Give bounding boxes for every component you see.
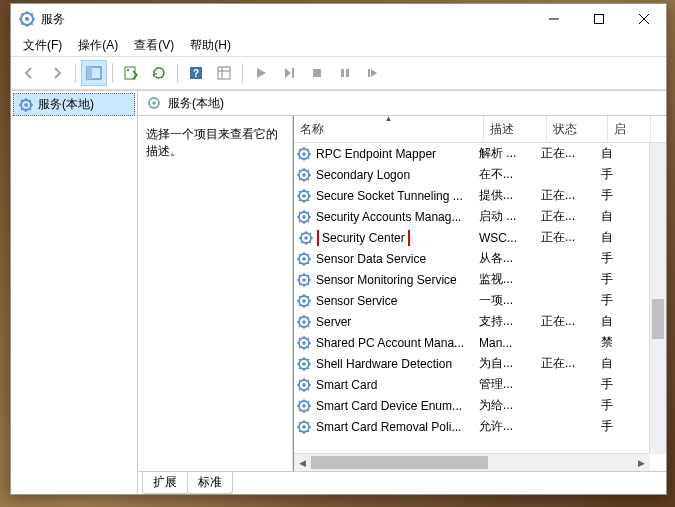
service-desc: 为自... [473,355,535,372]
tab-standard[interactable]: 标准 [187,472,233,494]
gear-icon [296,146,312,162]
menu-view[interactable]: 查看(V) [126,35,182,56]
scrollbar-thumb[interactable] [311,456,488,469]
gear-icon [296,356,312,372]
help-button[interactable]: ? [183,60,209,86]
svg-rect-13 [313,69,321,77]
svg-point-34 [302,278,306,282]
service-desc: 在不... [473,166,535,183]
services-window: 服务 文件(F) 操作(A) 查看(V) 帮助(H) ? 服务(本地) [10,3,667,495]
svg-point-30 [304,236,308,240]
menubar: 文件(F) 操作(A) 查看(V) 帮助(H) [11,34,666,56]
gear-icon [296,398,312,414]
svg-rect-14 [341,69,344,77]
refresh-button[interactable] [146,60,172,86]
service-name: Shell Hardware Detection [316,357,452,371]
scroll-right-icon[interactable]: ▶ [633,454,650,471]
svg-rect-2 [594,15,603,24]
svg-point-36 [302,299,306,303]
menu-help[interactable]: 帮助(H) [182,35,239,56]
service-desc: 为给... [473,397,535,414]
service-status: 正在... [535,355,595,372]
pause-service-button [332,60,358,86]
toolbar: ? [11,56,666,90]
service-desc: Man... [473,336,535,350]
gear-icon [296,230,316,246]
properties-button[interactable] [211,60,237,86]
description-prompt: 选择一个项目来查看它的描述。 [146,127,278,158]
show-hide-tree-button[interactable] [81,60,107,86]
service-startup: 手 [595,292,637,309]
menu-file[interactable]: 文件(F) [15,35,70,56]
service-row[interactable]: Sensor Service一项...手 [296,290,650,311]
gear-icon [296,335,312,351]
tree-item-services-local[interactable]: 服务(本地) [13,93,135,116]
service-row[interactable]: RPC Endpoint Mapper解析 ...正在...自 [296,143,650,164]
service-startup: 自 [595,229,637,246]
maximize-button[interactable] [576,5,621,34]
service-row[interactable]: Sensor Data Service从各...手 [296,248,650,269]
service-startup: 手 [595,250,637,267]
service-row[interactable]: Server支持...正在...自 [296,311,650,332]
svg-point-20 [152,101,156,105]
minimize-button[interactable] [531,5,576,34]
column-startup[interactable]: 启 [608,116,651,142]
service-row[interactable]: Shared PC Account Mana...Man...禁 [296,332,650,353]
service-name: Sensor Monitoring Service [316,273,457,287]
column-status[interactable]: 状态 [547,116,608,142]
service-name: Smart Card Device Enum... [316,399,462,413]
horizontal-scrollbar[interactable]: ◀ ▶ [294,453,650,471]
service-row[interactable]: Secondary Logon在不...手 [296,164,650,185]
gear-icon [296,188,312,204]
service-row[interactable]: Smart Card Device Enum...为给...手 [296,395,650,416]
service-startup: 自 [595,145,637,162]
gear-icon [146,95,162,111]
service-status: 正在... [535,208,595,225]
svg-point-46 [302,404,306,408]
scroll-left-icon[interactable]: ◀ [294,454,311,471]
window-title: 服务 [41,11,531,28]
gear-icon [296,419,312,435]
column-headers: 名称▲ 描述 状态 启 [294,116,666,143]
service-startup: 手 [595,418,637,435]
export-button[interactable] [118,60,144,86]
service-startup: 手 [595,376,637,393]
service-status: 正在... [535,145,595,162]
back-button [16,60,42,86]
service-name: Sensor Data Service [316,252,426,266]
close-button[interactable] [621,5,666,34]
details-header-title: 服务(本地) [168,95,224,112]
service-startup: 禁 [595,334,637,351]
description-panel: 选择一个项目来查看它的描述。 [138,116,294,471]
menu-action[interactable]: 操作(A) [70,35,126,56]
service-row[interactable]: Security CenterWSC...正在...自 [296,227,650,248]
view-tabs: 扩展 标准 [138,471,666,494]
gear-icon [18,97,34,113]
service-row[interactable]: Smart Card管理...手 [296,374,650,395]
svg-rect-15 [346,69,349,77]
titlebar[interactable]: 服务 [11,4,666,34]
column-description[interactable]: 描述 [484,116,547,142]
svg-point-40 [302,341,306,345]
vertical-scrollbar[interactable] [649,143,666,454]
svg-point-1 [25,17,29,21]
column-name[interactable]: 名称▲ [294,116,484,142]
service-name: Sensor Service [316,294,397,308]
service-startup: 手 [595,271,637,288]
gear-icon [296,293,312,309]
service-row[interactable]: Secure Socket Tunneling ...提供...正在...手 [296,185,650,206]
service-row[interactable]: Sensor Monitoring Service监视...手 [296,269,650,290]
service-name: Security Center [320,231,407,245]
service-name: Security Accounts Manag... [316,210,461,224]
service-row[interactable]: Smart Card Removal Poli...允许...手 [296,416,650,437]
scrollbar-thumb[interactable] [652,299,664,339]
service-row[interactable]: Shell Hardware Detection为自...正在...自 [296,353,650,374]
svg-rect-4 [87,67,92,79]
service-row[interactable]: Security Accounts Manag...启动 ...正在...自 [296,206,650,227]
svg-point-42 [302,362,306,366]
svg-point-18 [24,103,28,107]
tree-item-label: 服务(本地) [38,96,94,113]
svg-rect-9 [218,67,230,79]
gear-icon [296,272,312,288]
tab-extended[interactable]: 扩展 [142,472,188,494]
